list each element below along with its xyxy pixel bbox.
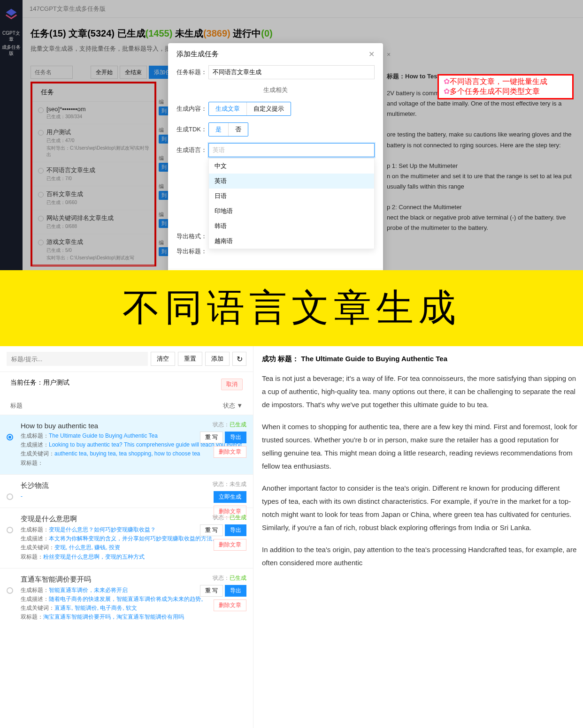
delete-article-button[interactable]: 删除文章 <box>214 599 246 611</box>
lang-option[interactable]: 英语 <box>209 174 374 189</box>
preview-paragraph: Another important factor to consider is … <box>262 482 578 534</box>
article-row[interactable]: 直通车智能调价要开吗 生成标题：智能直通车调价，未来必将开启生成描述：随着电子商… <box>0 568 253 629</box>
preview-article-title: The Ultimate Guide to Buying Authentic T… <box>301 355 447 363</box>
article-row[interactable]: 变现是什么意思啊 生成标题：变现是什么意思？如何巧妙变现赚取收益？生成描述：本文… <box>0 508 253 568</box>
article-list-panel: 清空 重置 添加 ↻ 当前任务：用户测试 取消 标题 状态 ▼ How to b… <box>0 346 253 728</box>
banner-text: 不同语言文章生成 <box>123 283 460 334</box>
lang-option[interactable]: 日语 <box>209 189 374 204</box>
rewrite-button[interactable]: 重 写 <box>200 524 223 536</box>
tdk-no[interactable]: 否 <box>229 123 248 136</box>
modal-title: 添加生成任务 <box>176 50 219 59</box>
tdk-yes[interactable]: 是 <box>209 123 229 136</box>
task-title-input[interactable] <box>208 65 375 79</box>
current-task-val: 用户测试 <box>43 379 69 386</box>
lang-select[interactable]: 英语 <box>208 143 375 157</box>
current-task-label: 当前任务： <box>10 379 43 386</box>
article-row[interactable]: 长沙物流 - 状态：未生成 立即生成 删除文章 <box>0 474 253 508</box>
export-button[interactable]: 导出 <box>225 432 246 443</box>
lang-dropdown: 中文英语日语印地语韩语越南语 <box>208 158 375 249</box>
content-radio-group: 生成文章 自定义提示 <box>208 102 291 116</box>
reset-button[interactable]: 重置 <box>178 352 202 366</box>
top-section: CGPT文章 成多任务版 147CGPT文章生成多任务版 任务(15) 文章(5… <box>0 0 583 270</box>
lang-option[interactable]: 越南语 <box>209 234 374 249</box>
bottom-section: 清空 重置 添加 ↻ 当前任务：用户测试 取消 标题 状态 ▼ How to b… <box>0 346 583 728</box>
article-row[interactable]: How to buy authentic tea 生成标题：The Ultima… <box>0 415 253 474</box>
title-search-input[interactable] <box>7 352 148 366</box>
preview-article-body: Tea is not just a beverage; it's a way o… <box>262 372 578 569</box>
delete-article-button[interactable]: 删除文章 <box>214 539 246 551</box>
rewrite-button[interactable]: 重 写 <box>200 432 223 443</box>
tdk-radio-group: 是 否 <box>208 122 248 136</box>
add-task-modal: 添加生成任务 ✕ 任务标题： 生成相关 生成内容： 生成文章 自定义提示 生成T… <box>168 43 383 270</box>
col-status[interactable]: 状态 ▼ <box>223 402 243 410</box>
article-preview-panel: 成功 标题： The Ultimate Guide to Buying Auth… <box>253 346 583 728</box>
export-title-label: 导出标题： <box>176 247 208 256</box>
preview-paragraph: When it comes to shopping for authentic … <box>262 420 578 472</box>
delete-article-button[interactable]: 删除文章 <box>214 446 246 458</box>
article-radio[interactable] <box>7 493 13 500</box>
export-button[interactable]: 导出 <box>225 585 246 597</box>
success-label: 成功 <box>262 355 276 363</box>
lang-label: 生成语言： <box>176 146 208 154</box>
gen-now-button[interactable]: 立即生成 <box>214 491 246 503</box>
title-label: 标题： <box>278 355 299 363</box>
tdk-label: 生成TDK： <box>176 125 208 134</box>
export-fmt-label: 导出格式： <box>176 232 208 241</box>
add-button[interactable]: 添加 <box>205 352 230 366</box>
preview-paragraph: Tea is not just a beverage; it's a way o… <box>262 372 578 411</box>
opt-gen-article[interactable]: 生成文章 <box>209 102 247 115</box>
cancel-button[interactable]: 取消 <box>221 379 243 390</box>
clear-button[interactable]: 清空 <box>151 352 175 366</box>
article-radio[interactable] <box>7 527 13 533</box>
content-label: 生成内容： <box>176 105 208 113</box>
modal-close-icon[interactable]: ✕ <box>368 50 375 59</box>
article-radio[interactable] <box>7 434 13 440</box>
col-title: 标题 <box>10 402 23 410</box>
section-title: 生成相关 <box>176 86 375 94</box>
task-title-label: 任务标题： <box>176 68 208 76</box>
opt-custom-prompt[interactable]: 自定义提示 <box>247 102 291 115</box>
banner: 不同语言文章生成 <box>0 270 583 346</box>
callout-annotation: ✿不同语言文章，一键批量生成 ✿多个任务生成不同类型文章 <box>437 74 574 99</box>
lang-option[interactable]: 印地语 <box>209 204 374 219</box>
preview-paragraph: In addition to the tea's origin, pay att… <box>262 543 578 569</box>
article-radio[interactable] <box>7 587 13 594</box>
refresh-icon[interactable]: ↻ <box>232 352 246 366</box>
export-button[interactable]: 导出 <box>225 524 246 536</box>
rewrite-button[interactable]: 重 写 <box>200 585 223 597</box>
lang-option[interactable]: 韩语 <box>209 219 374 234</box>
lang-option[interactable]: 中文 <box>209 159 374 174</box>
